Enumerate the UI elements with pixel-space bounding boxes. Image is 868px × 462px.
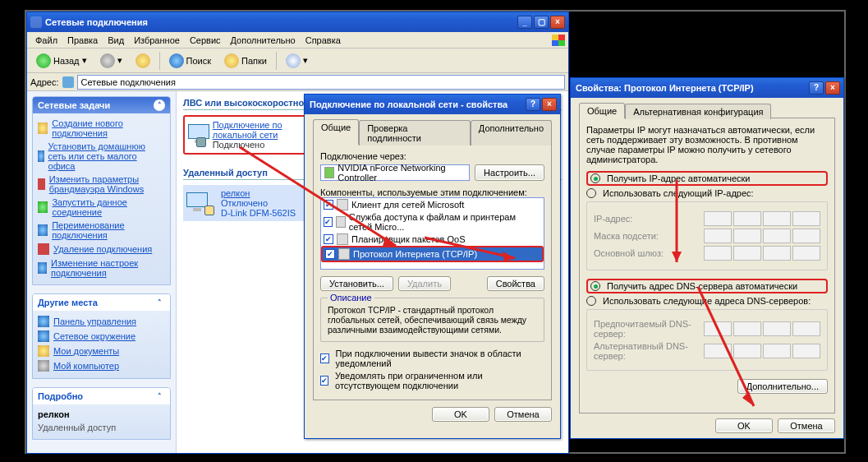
maximize-button[interactable]: ▢: [534, 16, 549, 29]
up-button[interactable]: [131, 51, 154, 71]
close-button[interactable]: ×: [542, 98, 557, 111]
back-icon: [36, 53, 51, 68]
tab-advanced[interactable]: Дополнительно: [471, 120, 552, 146]
lan-properties-dialog: Подключение по локальной сети - свойства…: [304, 94, 561, 439]
menu-favorites[interactable]: Избранное: [129, 34, 185, 47]
tcpip-title: Свойства: Протокол Интернета (TCP/IP): [576, 83, 754, 93]
details-name: релкон: [38, 409, 70, 419]
notify-label: Уведомлять при ограниченном или отсутств…: [335, 371, 544, 390]
menu-view[interactable]: Вид: [103, 34, 129, 47]
address-label: Адрес:: [30, 77, 59, 87]
chevron-down-icon: ▾: [82, 55, 87, 66]
description-title: Описание: [328, 293, 374, 303]
lan-icon: [186, 122, 206, 147]
close-button[interactable]: ×: [550, 16, 565, 29]
advanced-button[interactable]: Дополнительно...: [737, 379, 828, 394]
connect-via-label: Подключение через:: [320, 151, 544, 161]
tray-label: При подключении вывести значок в области…: [336, 349, 544, 368]
tray-checkbox[interactable]: ✔: [320, 353, 329, 363]
ok-button[interactable]: OK: [432, 407, 489, 422]
help-button[interactable]: ?: [809, 81, 824, 95]
properties-button[interactable]: Свойства: [487, 276, 544, 291]
dialup-icon: [185, 191, 214, 215]
place-computer[interactable]: Мой компьютер: [38, 358, 165, 373]
menu-tools[interactable]: Сервис: [185, 34, 226, 47]
task-home-network[interactable]: Установить домашнюю сеть или сеть малого…: [38, 140, 165, 173]
collapse-icon[interactable]: ˄: [154, 297, 165, 308]
tab-alt-config[interactable]: Альтернативная конфигурация: [625, 104, 771, 119]
search-label: Поиск: [186, 56, 211, 66]
chevron-down-icon: ▾: [117, 55, 122, 66]
task-change-settings[interactable]: Изменение настроек подключения: [38, 256, 165, 280]
install-button[interactable]: Установить...: [320, 276, 393, 291]
list-item[interactable]: ✔Клиент для сетей Microsoft: [321, 198, 544, 211]
tab-general[interactable]: Общие: [579, 103, 625, 118]
gateway-label: Основной шлюз:: [594, 248, 697, 258]
components-list[interactable]: ✔Клиент для сетей Microsoft ✔Служба дост…: [320, 197, 544, 270]
menu-advanced[interactable]: Дополнительно: [226, 34, 301, 47]
windows-flag-icon: [552, 35, 565, 46]
ip-auto-label: Получить IP-адрес автоматически: [607, 173, 750, 183]
close-button[interactable]: ×: [825, 81, 840, 95]
collapse-icon[interactable]: ˄: [154, 99, 165, 111]
dns1-label: Предпочитаемый DNS-сервер:: [594, 319, 697, 339]
help-button[interactable]: ?: [526, 98, 540, 111]
address-icon: [62, 76, 74, 88]
search-button[interactable]: Поиск: [165, 51, 215, 71]
chevron-down-icon: ▾: [303, 55, 308, 66]
details-type: Удаленный доступ: [38, 423, 116, 432]
ip-manual-radio[interactable]: [586, 188, 596, 198]
menu-file[interactable]: Файл: [30, 34, 62, 47]
mask-label: Маска подсети:: [594, 231, 697, 241]
folders-button[interactable]: Папки: [220, 51, 271, 71]
lan-connection-item[interactable]: Подключение по локальной сетиПодключено: [183, 115, 306, 155]
back-label: Назад: [53, 56, 80, 66]
cancel-button[interactable]: Отмена: [778, 418, 835, 433]
adapter-name: NVIDIA nForce Networking Controller: [338, 163, 466, 182]
list-item[interactable]: ✔Планировщик пакетов QoS: [321, 233, 544, 246]
remove-button: Удалить: [398, 276, 451, 291]
network-tasks-title: Сетевые задачи: [38, 100, 110, 110]
dns-auto-label: Получить адрес DNS-сервера автоматически: [607, 281, 797, 291]
forward-button[interactable]: ▾: [96, 51, 126, 71]
tab-auth[interactable]: Проверка подлинности: [359, 120, 471, 146]
task-new-connection[interactable]: Создание нового подключения: [38, 117, 165, 140]
list-item-tcpip[interactable]: ✔Протокол Интернета (TCP/IP): [321, 246, 544, 262]
dns-manual-radio[interactable]: [586, 296, 596, 306]
address-input[interactable]: [77, 75, 565, 90]
configure-button[interactable]: Настроить...: [475, 164, 544, 181]
ip-auto-radio[interactable]: [590, 173, 600, 183]
intro-text: Параметры IP могут назначаться автоматич…: [586, 125, 828, 164]
task-firewall[interactable]: Изменить параметры брандмауэра Windows: [38, 173, 165, 196]
minimize-button[interactable]: _: [517, 16, 532, 29]
menu-edit[interactable]: Правка: [62, 34, 103, 47]
place-network[interactable]: Сетевое окружение: [38, 329, 165, 344]
components-label: Компоненты, используемые этим подключени…: [320, 187, 544, 197]
dialup-connection-item[interactable]: релконОтключеноD-Link DFM-562IS: [183, 185, 306, 221]
ok-button[interactable]: OK: [715, 418, 773, 433]
views-icon: [286, 53, 301, 68]
collapse-icon[interactable]: ˄: [154, 390, 165, 402]
list-item[interactable]: ✔Служба доступа к файлам и принтерам сет…: [321, 211, 544, 233]
lan-connection-name: Подключение по локальной сети: [213, 120, 282, 140]
dns-auto-radio[interactable]: [590, 281, 600, 291]
other-places-panel: Другие места˄ Панель управления Сетевое …: [32, 293, 171, 379]
description-text: Протокол TCP/IP - стандартный протокол г…: [328, 305, 537, 335]
task-delete[interactable]: Удаление подключения: [38, 242, 165, 256]
views-button[interactable]: ▾: [282, 51, 312, 71]
dialup-name: релкон: [221, 188, 250, 198]
details-panel: Подробно˄ релкон Удаленный доступ: [32, 387, 171, 440]
task-start-connection[interactable]: Запустить данное соединение: [38, 196, 165, 219]
menu-help[interactable]: Справка: [301, 34, 346, 47]
tab-general[interactable]: Общие: [313, 119, 359, 145]
notify-checkbox[interactable]: ✔: [320, 376, 328, 386]
dialup-device: D-Link DFM-562IS: [221, 208, 296, 218]
adapter-icon: [324, 167, 334, 178]
place-control-panel[interactable]: Панель управления: [38, 314, 165, 329]
place-documents[interactable]: Мои документы: [38, 344, 165, 358]
search-icon: [169, 53, 184, 68]
cancel-button[interactable]: Отмена: [494, 407, 552, 422]
back-button[interactable]: Назад▾: [32, 51, 91, 71]
task-rename[interactable]: Переименование подключения: [38, 219, 165, 242]
folders-icon: [224, 53, 239, 68]
